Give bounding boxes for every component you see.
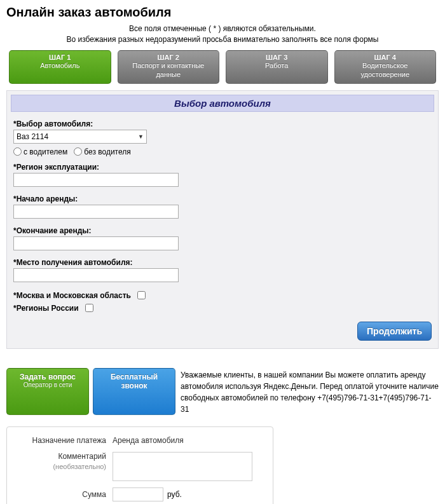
step-2-bottom: Паспорт и контактные данные [121,62,217,79]
payment-comment-label: Комментарий [58,452,106,461]
page-title: Онлайн заказ автомобиля [6,5,439,20]
region-label: *Регион эксплуатации: [13,163,432,172]
pickup-label: *Место получения автомобиля: [13,258,432,267]
radio-with-driver-input[interactable] [13,147,22,156]
payment-purpose-label: Назначение платежа [17,436,113,446]
payment-sum-input[interactable] [113,487,163,501]
step-1-top: ШАГ 1 [12,53,108,62]
start-input[interactable] [13,205,179,219]
info-text: Уважаемые клиенты, в нашей компании Вы м… [181,368,439,415]
free-call-button[interactable]: Бесплатный звонок [93,368,175,415]
payment-box: Назначение платежа Аренда автомобиля Ком… [6,426,273,504]
step-4[interactable]: ШАГ 4 Водительское удостоверение [334,50,437,84]
ask-question-line1: Задать вопрос [10,372,86,381]
payment-purpose-value: Аренда автомобиля [113,436,184,445]
regions-checkbox[interactable] [85,304,93,312]
start-label: *Начало аренды: [13,194,432,203]
notes-block: Все поля отмеченные ( * ) являются обяза… [6,24,439,45]
moscow-label: *Москва и Московская область [13,291,131,300]
step-3[interactable]: ШАГ 3 Работа [226,50,328,84]
end-label: *Окончание аренды: [13,226,432,235]
note-warning: Во избежания разных недоразумений просьб… [6,34,439,45]
step-3-bottom: Работа [229,62,325,71]
ask-question-sub: Оператор в сети [10,381,86,389]
free-call-line1: Бесплатный [96,372,172,381]
radio-without-driver[interactable]: без водителя [74,147,130,156]
chevron-down-icon: ▼ [138,133,144,140]
step-2[interactable]: ШАГ 2 Паспорт и контактные данные [118,50,220,84]
step-1-bottom: Автомобиль [12,62,108,71]
step-4-top: ШАГ 4 [338,53,434,62]
payment-sum-label: Сумма [17,490,113,500]
step-1[interactable]: ШАГ 1 Автомобиль [9,50,111,84]
end-input[interactable] [13,236,179,250]
payment-comment-input[interactable] [113,452,252,481]
ask-question-button[interactable]: Задать вопрос Оператор в сети [6,368,89,415]
car-select-value: Ваз 2114 [17,132,48,141]
payment-currency: руб. [167,490,182,499]
note-required: Все поля отмеченные ( * ) являются обяза… [6,24,439,34]
form-area: Выбор автомобиля *Выбор автомобиля: Ваз … [6,90,439,349]
payment-comment-hint: (необязательно) [17,462,106,471]
car-select-label: *Выбор автомобиля: [13,119,432,128]
moscow-checkbox[interactable] [137,291,146,299]
regions-label: *Регионы России [13,304,79,313]
continue-button[interactable]: Продолжить [357,322,432,341]
region-input[interactable] [13,173,179,187]
car-select-dropdown[interactable]: Ваз 2114 ▼ [13,130,147,144]
radio-with-driver-label: с водителем [24,147,67,156]
step-4-bottom: Водительское удостоверение [338,62,434,79]
steps-nav: ШАГ 1 Автомобиль ШАГ 2 Паспорт и контакт… [6,50,439,84]
radio-with-driver[interactable]: с водителем [13,147,67,156]
section-header: Выбор автомобиля [11,95,434,112]
pickup-input[interactable] [13,268,179,282]
radio-without-driver-input[interactable] [74,147,82,156]
radio-without-driver-label: без водителя [84,147,130,156]
step-3-top: ШАГ 3 [229,53,325,62]
step-2-top: ШАГ 2 [121,53,217,62]
free-call-line2: звонок [96,381,172,390]
